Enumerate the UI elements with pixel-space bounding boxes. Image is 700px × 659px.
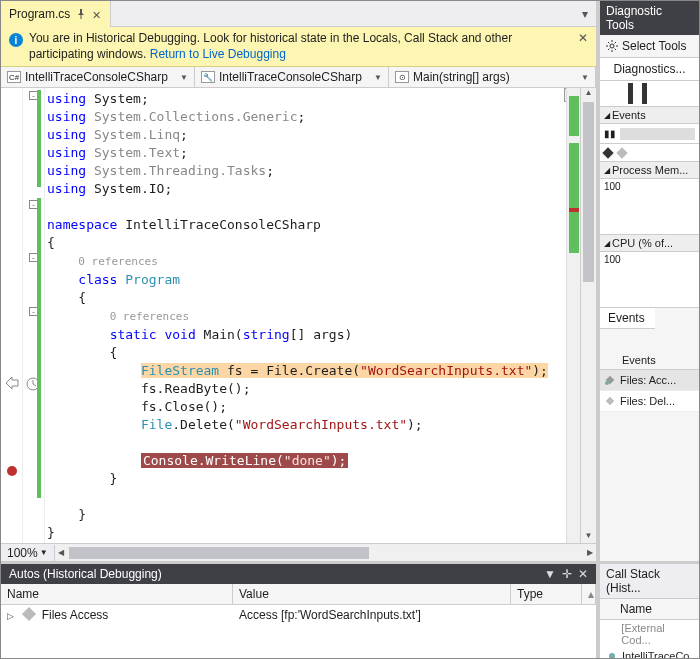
chevron-down-icon: ▼ xyxy=(180,73,188,82)
overview-breakpoint-mark xyxy=(569,208,579,212)
csharp-icon: C# xyxy=(7,71,21,83)
breakpoint-gutter[interactable] xyxy=(1,88,23,543)
col-name-header[interactable]: Name xyxy=(1,584,233,604)
method-dropdown[interactable]: ⊙ Main(string[] args) ▼ xyxy=(389,67,596,87)
info-icon: i xyxy=(9,33,23,47)
scroll-right-icon[interactable]: ▶ xyxy=(584,548,596,557)
code-content[interactable]: using System; using System.Collections.G… xyxy=(45,88,566,543)
autos-panel-header[interactable]: Autos (Historical Debugging) ▼ ✛ ✕ xyxy=(1,564,596,584)
project-dropdown[interactable]: C# IntelliTraceConsoleCSharp ▼ xyxy=(1,67,195,87)
project-dropdown-label: IntelliTraceConsoleCSharp xyxy=(25,70,168,84)
timeline-ruler[interactable] xyxy=(600,81,699,107)
class-dropdown-label: IntelliTraceConsoleCSharp xyxy=(219,70,362,84)
events-column-header[interactable]: Events xyxy=(600,351,699,370)
cpu-header[interactable]: ◢CPU (% of... xyxy=(600,235,699,252)
tab-overflow-icon[interactable]: ▾ xyxy=(578,7,592,21)
diamond-icon xyxy=(616,147,627,158)
svg-point-7 xyxy=(609,653,615,658)
dropdown-icon[interactable]: ▼ xyxy=(544,567,556,581)
events-intellitrace-track xyxy=(600,144,699,162)
zoom-dropdown[interactable]: 100% ▼ xyxy=(1,546,54,560)
autos-panel: Autos (Historical Debugging) ▼ ✛ ✕ Name … xyxy=(1,561,596,658)
call-stack-column-header[interactable]: Name xyxy=(600,599,699,620)
close-icon[interactable]: ✕ xyxy=(92,9,102,19)
row-name: Files Access xyxy=(42,608,109,622)
diagnostic-tools-header[interactable]: Diagnostic Tools xyxy=(600,1,699,35)
event-label: Files: Del... xyxy=(620,395,675,407)
document-tab-strip: Program.cs ✕ ▾ xyxy=(1,1,596,27)
stack-frame-label: [External Cod... xyxy=(621,622,693,646)
change-marker xyxy=(37,90,41,187)
events-break-track: ▮▮ xyxy=(600,124,699,144)
pin-icon[interactable] xyxy=(76,9,86,19)
overview-mark xyxy=(569,96,579,136)
scrollbar-thumb[interactable] xyxy=(583,102,594,282)
overview-mark xyxy=(569,143,579,253)
navigation-dropdown-bar: C# IntelliTraceConsoleCSharp ▼ 🔧 Intelli… xyxy=(1,67,596,88)
diamond-icon xyxy=(602,147,613,158)
class-dropdown[interactable]: 🔧 IntelliTraceConsoleCSharp ▼ xyxy=(195,67,389,87)
historical-debugging-infobar: i You are in Historical Debugging. Look … xyxy=(1,27,596,67)
svg-point-0 xyxy=(7,466,17,476)
col-type-header[interactable]: Type xyxy=(511,584,582,604)
event-item[interactable]: Files: Del... xyxy=(600,391,699,412)
call-stack-header[interactable]: Call Stack (Hist... xyxy=(600,564,699,599)
scroll-down-icon[interactable]: ▼ xyxy=(581,531,596,543)
breakpoint-icon[interactable] xyxy=(6,465,18,477)
diagnostics-session-tab[interactable]: Diagnostics... xyxy=(600,57,699,81)
stack-frame-label: IntelliTraceCo... xyxy=(622,650,699,658)
events-tab[interactable]: Events xyxy=(600,308,655,329)
method-dropdown-label: Main(string[] args) xyxy=(413,70,510,84)
zoom-label: 100% xyxy=(7,546,38,560)
class-icon: 🔧 xyxy=(201,71,215,83)
scroll-up-icon[interactable]: ▴ xyxy=(582,584,596,604)
call-stack-row[interactable]: IntelliTraceCo... xyxy=(600,648,699,658)
method-icon: ⊙ xyxy=(395,71,409,83)
process-memory-chart[interactable]: 100 xyxy=(600,179,699,235)
change-marker xyxy=(37,198,41,498)
row-value: Access [fp:'WordSearchInputs.txt'] xyxy=(239,608,517,622)
code-editor[interactable]: ↕ - - - - using System; using System.Col… xyxy=(1,88,596,543)
call-stack-row[interactable]: [External Cod... xyxy=(600,620,699,648)
process-memory-header[interactable]: ◢Process Mem... xyxy=(600,162,699,179)
pause-icon: ▮▮ xyxy=(604,128,616,139)
pin-icon[interactable]: ✛ xyxy=(562,567,572,581)
call-stack-panel: Call Stack (Hist... Name [External Cod..… xyxy=(600,561,699,658)
select-tools-button[interactable]: Select Tools xyxy=(600,35,699,57)
select-tools-label: Select Tools xyxy=(622,39,686,53)
chevron-down-icon: ▼ xyxy=(374,73,382,82)
scroll-up-icon[interactable]: ▲ xyxy=(581,88,596,100)
break-track[interactable] xyxy=(620,128,695,140)
cpu-chart[interactable]: 100 xyxy=(600,252,699,308)
timeline-mark xyxy=(628,83,633,104)
overview-ruler[interactable] xyxy=(566,88,580,543)
event-icon xyxy=(604,374,616,386)
table-row[interactable]: ▷ Files Access Access [fp:'WordSearchInp… xyxy=(1,605,596,625)
autos-table-header: Name Value Type ▴ xyxy=(1,584,596,605)
tab-filename: Program.cs xyxy=(9,7,70,21)
diamond-icon xyxy=(22,607,36,621)
gear-icon xyxy=(606,40,618,52)
history-arrow-icon xyxy=(5,376,19,390)
events-section-header[interactable]: ◢Events xyxy=(600,107,699,124)
vertical-scrollbar[interactable]: ▲ ▼ xyxy=(580,88,596,543)
document-tab-program-cs[interactable]: Program.cs ✕ xyxy=(1,1,111,27)
event-label: Files: Acc... xyxy=(620,374,676,386)
infobar-message: You are in Historical Debugging. Look fo… xyxy=(29,31,572,62)
infobar-close-icon[interactable]: ✕ xyxy=(578,31,588,45)
return-live-debugging-link[interactable]: Return to Live Debugging xyxy=(150,47,286,61)
horizontal-scrollbar[interactable]: ◀ ▶ xyxy=(54,545,596,561)
editor-footer: 100% ▼ ◀ ▶ xyxy=(1,543,596,561)
events-detail-panel: Events Events Files: Acc... Files: Del..… xyxy=(600,308,699,561)
svg-point-4 xyxy=(605,381,609,385)
col-value-header[interactable]: Value xyxy=(233,584,511,604)
scroll-left-icon[interactable]: ◀ xyxy=(55,548,67,557)
chevron-down-icon: ▼ xyxy=(581,73,589,82)
outline-gutter[interactable]: - - - - xyxy=(23,88,45,543)
timeline-mark xyxy=(642,83,647,104)
close-icon[interactable]: ✕ xyxy=(578,567,588,581)
expand-icon[interactable]: ▷ xyxy=(7,611,17,621)
scrollbar-thumb[interactable] xyxy=(69,547,369,559)
autos-title: Autos (Historical Debugging) xyxy=(9,567,162,581)
event-item[interactable]: Files: Acc... xyxy=(600,370,699,391)
